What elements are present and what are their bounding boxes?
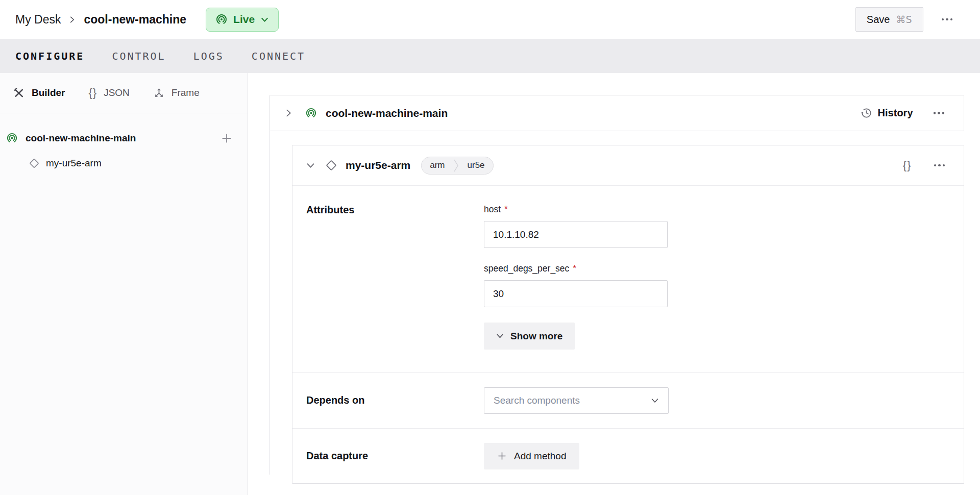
tools-icon: [13, 87, 25, 99]
expand-part-button[interactable]: [284, 109, 293, 117]
speed-input[interactable]: [484, 280, 668, 307]
component-type-tags: arm ur5e: [421, 157, 493, 175]
tag-model: ur5e: [459, 157, 493, 174]
chevron-down-icon: [651, 397, 659, 405]
required-asterisk: *: [504, 204, 508, 215]
chevron-down-icon: [496, 332, 504, 340]
machine-part-icon: [6, 132, 18, 144]
mode-tab-label: Frame: [172, 87, 200, 98]
frame-axes-icon: [153, 87, 165, 99]
select-placeholder: Search components: [494, 395, 580, 406]
component-diamond-icon: [29, 158, 39, 168]
sidebar-mode-tabs: Builder {} JSON Frame: [0, 73, 248, 113]
machine-tree: cool-new-machine-main my-ur5e-arm: [0, 113, 248, 176]
host-input[interactable]: [484, 221, 668, 248]
header-actions: Save ⌘S: [855, 7, 965, 32]
attributes-fields: host * speed_degs_per_sec *: [484, 204, 668, 350]
mode-tab-builder[interactable]: Builder: [13, 87, 65, 99]
machine-live-icon: [215, 13, 228, 26]
part-card-title: cool-new-machine-main: [326, 107, 448, 119]
component-card-header: my-ur5e-arm arm ur5e {}: [292, 145, 964, 185]
add-component-button[interactable]: [221, 133, 232, 144]
mode-tab-label: JSON: [104, 87, 130, 98]
field-host: host *: [484, 204, 668, 248]
chevron-down-icon: [260, 15, 269, 24]
breadcrumb-parent-link[interactable]: My Desk: [15, 13, 61, 27]
save-label: Save: [867, 14, 890, 26]
required-asterisk: *: [573, 263, 576, 274]
app-header: My Desk cool-new-machine Live Save ⌘S: [0, 0, 980, 39]
component-diamond-icon: [326, 160, 337, 171]
tab-logs[interactable]: LOGS: [193, 50, 224, 62]
history-button[interactable]: History: [861, 107, 913, 119]
status-label: Live: [233, 13, 255, 26]
save-shortcut: ⌘S: [896, 14, 912, 25]
tree-item-label: cool-new-machine-main: [26, 133, 136, 144]
attributes-section: Attributes host * speed_degs_per_sec *: [292, 185, 964, 372]
breadcrumb: My Desk cool-new-machine: [15, 13, 186, 27]
edit-json-icon[interactable]: {}: [903, 159, 912, 172]
machine-status-badge[interactable]: Live: [206, 8, 279, 32]
mode-tab-json[interactable]: {} JSON: [88, 86, 129, 100]
field-speed: speed_degs_per_sec *: [484, 263, 668, 307]
save-button[interactable]: Save ⌘S: [855, 7, 923, 32]
history-label: History: [878, 107, 913, 119]
tag-type: arm: [422, 157, 453, 174]
speed-field-label: speed_degs_per_sec: [484, 263, 569, 274]
machine-part-icon: [305, 107, 317, 119]
tree-guide-line: [270, 131, 270, 475]
component-title: my-ur5e-arm: [346, 159, 410, 171]
show-more-label: Show more: [510, 331, 562, 342]
plus-icon: [497, 451, 507, 461]
mode-tab-frame[interactable]: Frame: [153, 87, 200, 99]
depends-on-label: Depends on: [306, 394, 484, 406]
data-capture-label: Data capture: [306, 450, 484, 462]
mode-tab-label: Builder: [32, 87, 65, 98]
tab-connect[interactable]: CONNECT: [252, 50, 305, 62]
show-more-button[interactable]: Show more: [484, 323, 575, 350]
header-menu-button[interactable]: [937, 13, 958, 26]
host-field-label: host: [484, 204, 501, 215]
add-method-button[interactable]: Add method: [484, 443, 579, 469]
chevron-right-icon: [453, 157, 459, 174]
tree-item-component[interactable]: my-ur5e-arm: [6, 151, 248, 176]
add-method-label: Add method: [514, 451, 566, 462]
tab-control[interactable]: CONTROL: [112, 50, 165, 62]
configure-sidebar: Builder {} JSON Frame: [0, 73, 248, 495]
configure-main-panel: cool-new-machine-main History: [248, 73, 980, 495]
braces-icon: {}: [88, 86, 97, 100]
page-title: cool-new-machine: [84, 13, 186, 27]
component-card: my-ur5e-arm arm ur5e {} Attributes: [292, 145, 964, 484]
primary-tab-bar: CONFIGURE CONTROL LOGS CONNECT: [0, 39, 980, 73]
data-capture-section: Data capture Add method: [292, 428, 964, 483]
history-icon: [861, 107, 872, 119]
attributes-section-label: Attributes: [306, 204, 484, 350]
part-menu-button[interactable]: [928, 107, 950, 119]
tree-item-label: my-ur5e-arm: [46, 158, 102, 169]
tab-configure[interactable]: CONFIGURE: [15, 50, 84, 62]
depends-on-section: Depends on Search components: [292, 372, 964, 428]
component-menu-button[interactable]: [929, 159, 950, 172]
tree-item-machine-part[interactable]: cool-new-machine-main: [6, 126, 248, 151]
machine-part-card: cool-new-machine-main History: [270, 95, 964, 131]
collapse-component-button[interactable]: [306, 161, 315, 170]
chevron-right-icon: [68, 16, 76, 23]
depends-on-select[interactable]: Search components: [484, 387, 669, 414]
